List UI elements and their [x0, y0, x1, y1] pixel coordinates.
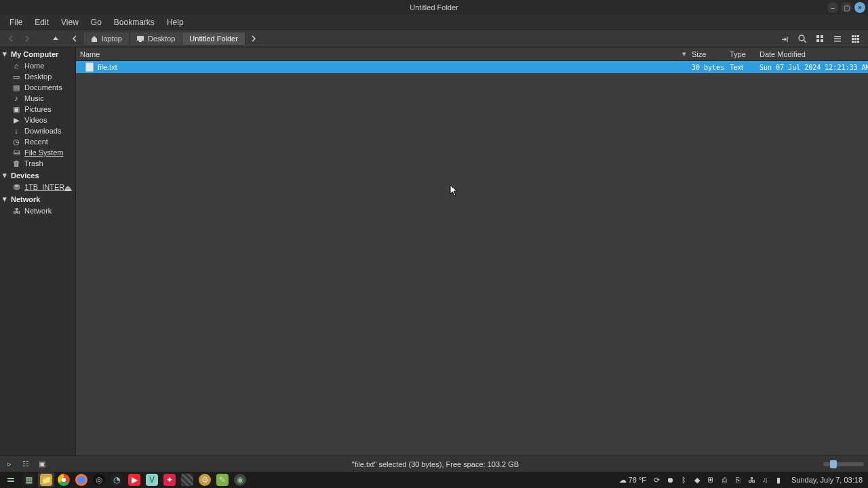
volume-icon[interactable]: ♫	[760, 475, 770, 485]
status-text: "file.txt" selected (30 bytes), Free spa…	[47, 460, 823, 468]
network-tray-icon[interactable]: 🖧	[747, 475, 756, 485]
network-icon: 🖧	[12, 207, 20, 215]
path-segment-home[interactable]: laptop	[83, 33, 130, 45]
sidebar-item-label: Home	[24, 62, 44, 70]
statusbar-left: ▹ ☷ ▣	[4, 459, 47, 470]
zoom-slider[interactable]	[823, 462, 864, 466]
sidebar-item-recent[interactable]: ◷Recent	[0, 136, 75, 147]
weather-text: 78 °F	[629, 476, 646, 484]
sidebar-item-network[interactable]: 🖧Network	[0, 205, 75, 216]
printer-icon[interactable]: ⎙	[719, 475, 729, 485]
task-icon-obs[interactable]: ◎	[91, 472, 107, 487]
nav-back-button[interactable]	[3, 32, 19, 45]
sidebar-section-devices[interactable]: ▾ Devices	[0, 169, 75, 182]
sidebar-section-label: Network	[11, 195, 40, 203]
window-minimize-button[interactable]: –	[827, 2, 838, 13]
toggle-location-button[interactable]	[777, 32, 792, 45]
svg-rect-20	[7, 478, 14, 479]
menu-view[interactable]: View	[56, 16, 84, 28]
places-toggle-button[interactable]: ▹	[4, 459, 15, 470]
svg-rect-14	[852, 38, 854, 40]
terminal-toggle-button[interactable]: ▣	[37, 459, 47, 470]
clipboard-icon[interactable]: ⎘	[733, 475, 743, 485]
task-icon-app-red[interactable]: ✦	[161, 472, 178, 487]
sidebar-item-desktop[interactable]: ▭Desktop	[0, 71, 75, 82]
svg-rect-19	[857, 41, 859, 43]
view-list-button[interactable]	[830, 32, 845, 45]
file-row[interactable]: file.txt 30 bytes Text Sun 07 Jul 2024 1…	[76, 61, 868, 73]
task-icon-app-pen[interactable]: ✎	[214, 472, 231, 487]
column-header-name[interactable]: Name ▾	[76, 49, 692, 58]
menu-bookmarks[interactable]: Bookmarks	[108, 16, 160, 28]
search-button[interactable]	[795, 32, 810, 45]
file-list[interactable]: file.txt 30 bytes Text Sun 07 Jul 2024 1…	[76, 61, 868, 455]
sidebar-item-videos[interactable]: ▶Videos	[0, 115, 75, 125]
path-prev-button[interactable]	[66, 32, 83, 45]
path-next-button[interactable]	[245, 32, 262, 45]
sidebar-item-music[interactable]: ♪Music	[0, 93, 75, 104]
view-compact-button[interactable]	[848, 32, 863, 45]
task-icon-firefox[interactable]	[73, 472, 90, 487]
window-maximize-button[interactable]: ▢	[841, 2, 852, 13]
column-header-row: Name ▾ Size Type Date Modified	[76, 47, 868, 61]
view-icons-button[interactable]	[812, 32, 827, 45]
chevron-down-icon: ▾	[1, 195, 8, 203]
task-icon-files[interactable]: 📁	[38, 472, 54, 487]
path-segment-label: Untitled Folder	[189, 35, 238, 43]
updates-icon[interactable]: ⟳	[652, 475, 661, 485]
svg-rect-1	[139, 41, 142, 42]
path-segment-current[interactable]: Untitled Folder	[182, 33, 245, 45]
sidebar-item-pictures[interactable]: ▣Pictures	[0, 104, 75, 115]
column-header-date[interactable]: Date Modified	[760, 50, 868, 58]
sidebar-item-label: Music	[24, 94, 44, 102]
task-icon-steam[interactable]: ◔	[108, 472, 125, 487]
svg-rect-16	[857, 38, 859, 40]
column-label: Date Modified	[760, 50, 806, 58]
shield-icon[interactable]: ⛨	[706, 475, 715, 485]
tree-toggle-button[interactable]: ☷	[20, 459, 31, 470]
home-icon	[90, 35, 98, 43]
sidebar-item-device-0[interactable]: ⛃ 1TB_INTER… ⏏	[0, 182, 75, 192]
svg-rect-0	[137, 36, 144, 41]
text-file-icon	[85, 62, 94, 72]
column-header-type[interactable]: Type	[730, 50, 760, 58]
nav-forward-button[interactable]	[19, 32, 35, 45]
sidebar-item-label: Network	[24, 207, 52, 215]
task-icon-mint-menu[interactable]: ◉	[232, 472, 248, 487]
menu-file[interactable]: File	[4, 16, 28, 28]
menu-edit[interactable]: Edit	[29, 16, 54, 28]
sidebar-item-trash[interactable]: 🗑Trash	[0, 158, 75, 169]
sidebar-section-my-computer[interactable]: ▾ My Computer	[0, 47, 75, 60]
panel-clock[interactable]: Sunday, July 7, 03:18	[789, 476, 865, 484]
window-close-button[interactable]: ×	[854, 2, 865, 13]
battery-icon[interactable]: ▮	[774, 475, 783, 485]
column-header-size[interactable]: Size	[692, 50, 730, 58]
eject-icon[interactable]: ⏏	[64, 184, 71, 192]
menubar: File Edit View Go Bookmarks Help	[0, 15, 868, 30]
svg-rect-12	[854, 35, 856, 37]
task-icon-system-monitor[interactable]: ▦	[20, 472, 37, 487]
weather-applet[interactable]: ☁ 78 °F	[619, 476, 646, 485]
folder-icon: ▤	[12, 83, 20, 92]
sidebar-section-network[interactable]: ▾ Network	[0, 192, 75, 205]
task-icon-chrome[interactable]	[56, 472, 72, 487]
tray-app-icon[interactable]: ◆	[692, 475, 702, 485]
bluetooth-icon[interactable]: ᛒ	[679, 475, 688, 485]
svg-rect-13	[857, 35, 859, 37]
menu-help[interactable]: Help	[161, 16, 189, 28]
task-icon-app-stripes[interactable]	[179, 472, 195, 487]
pictures-icon: ▣	[12, 105, 20, 113]
path-segment-desktop[interactable]: Desktop	[130, 33, 182, 45]
sidebar-item-documents[interactable]: ▤Documents	[0, 82, 75, 93]
start-menu-button[interactable]	[3, 472, 19, 487]
menu-go[interactable]: Go	[85, 16, 107, 28]
task-icon-youtube[interactable]: ▶	[126, 472, 142, 487]
nav-up-button[interactable]	[47, 32, 64, 45]
sidebar-item-downloads[interactable]: ↓Downloads	[0, 125, 75, 136]
sidebar-item-home[interactable]: ⌂Home	[0, 60, 75, 71]
task-icon-app-gear[interactable]: ⚙	[197, 472, 213, 487]
sidebar-item-filesystem[interactable]: ⛁File System	[0, 147, 75, 158]
record-icon[interactable]: ⏺	[665, 475, 675, 485]
zoom-slider-thumb[interactable]	[830, 460, 837, 468]
task-icon-vnc[interactable]: V	[144, 472, 160, 487]
